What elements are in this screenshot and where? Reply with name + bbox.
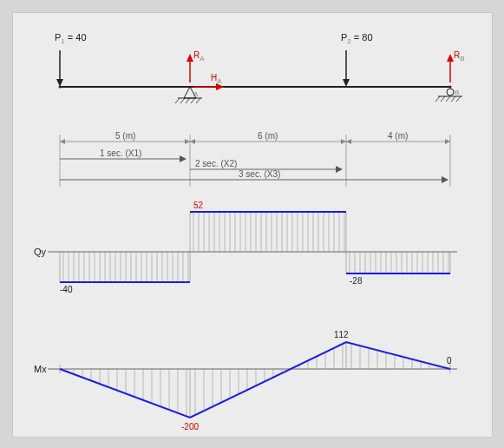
ra-sub: A [200,55,205,63]
support-b: B RB [435,50,465,102]
span-dimensions: 5 (m) 6 (m) 4 (m) [60,131,450,144]
mx-label: Mx [34,364,47,374]
beam-panel: P1 = 40 P2 = 80 A RA [55,32,465,103]
svg-text:HA: HA [211,73,222,85]
svg-marker-6 [343,79,350,87]
svg-line-24 [441,96,445,102]
qy-val-52: 52 [193,201,204,210]
mx-val-m200: -200 [181,422,199,432]
svg-marker-39 [341,139,346,144]
svg-marker-16 [187,54,193,62]
svg-marker-41 [445,139,450,144]
svg-point-1 [449,86,452,89]
support-a: A RA HA [175,50,224,103]
load-p2: P2 = 80 [341,32,373,87]
p2-value: 80 [362,32,372,43]
svg-marker-29 [447,54,454,62]
svg-line-23 [435,96,440,102]
svg-text:4 (m): 4 (m) [388,131,408,141]
mx-diagram: Mx 112 0 -200 [34,330,457,432]
qy-diagram: Qy 52 -40 -28 [34,201,457,294]
svg-text:5 (m): 5 (m) [115,131,135,141]
dimension-panel: 5 (m) 6 (m) 4 (m) 1 sec. (X1) 2 sec. (X2… [60,131,450,187]
span3-unit: (m) [395,131,408,141]
span2-unit: (m) [265,131,278,141]
qy-label: Qy [34,247,47,257]
ha-sub: A [217,77,222,85]
span3-len: 4 [388,131,393,141]
rb-label: R [454,50,460,60]
section-arrows: 1 sec. (X1) 2 sec. (X2) 3 sec. (X3) [60,148,448,183]
svg-line-13 [191,98,195,103]
svg-text:P1 = 40: P1 = 40 [55,32,87,45]
svg-line-14 [196,98,200,103]
ha-label: H [211,73,217,82]
svg-text:RB: RB [454,50,465,63]
rb-sub: B [460,55,464,63]
svg-marker-50 [442,176,448,183]
svg-marker-40 [346,139,351,144]
svg-text:P2 = 80: P2 = 80 [341,32,373,45]
svg-point-21 [447,89,454,96]
svg-line-25 [446,96,450,102]
svg-line-26 [451,96,455,102]
svg-line-12 [186,98,190,103]
p2-label: P [341,32,347,43]
svg-line-27 [456,96,461,102]
qy-val-m28: -28 [350,276,363,286]
svg-marker-38 [190,139,195,144]
svg-line-10 [175,98,180,103]
mx-val-0: 0 [447,356,452,366]
load-p1: P1 = 40 [55,32,87,87]
p1-label: P [55,32,61,43]
span2-len: 6 [258,131,263,141]
svg-text:6 (m): 6 (m) [258,131,278,141]
svg-marker-37 [185,139,190,144]
span1-unit: (m) [122,131,135,141]
mx-line [60,342,450,418]
svg-text:RA: RA [193,50,205,63]
sec3-label: 3 sec. (X3) [239,169,280,179]
support-a-label: A [193,90,199,98]
svg-marker-48 [336,166,343,173]
svg-line-11 [180,98,185,103]
support-b-label: B [455,89,459,96]
mx-val-112: 112 [334,330,349,339]
svg-marker-36 [60,139,65,144]
sec2-label: 2 sec. (X2) [195,159,237,168]
span1-len: 5 [115,131,121,141]
sec1-label: 1 sec. (X1) [100,148,141,158]
p1-value: 40 [75,32,86,43]
qy-val-m40: -40 [60,285,73,294]
svg-marker-3 [56,79,63,87]
svg-marker-46 [180,155,187,162]
ra-label: R [193,50,200,60]
